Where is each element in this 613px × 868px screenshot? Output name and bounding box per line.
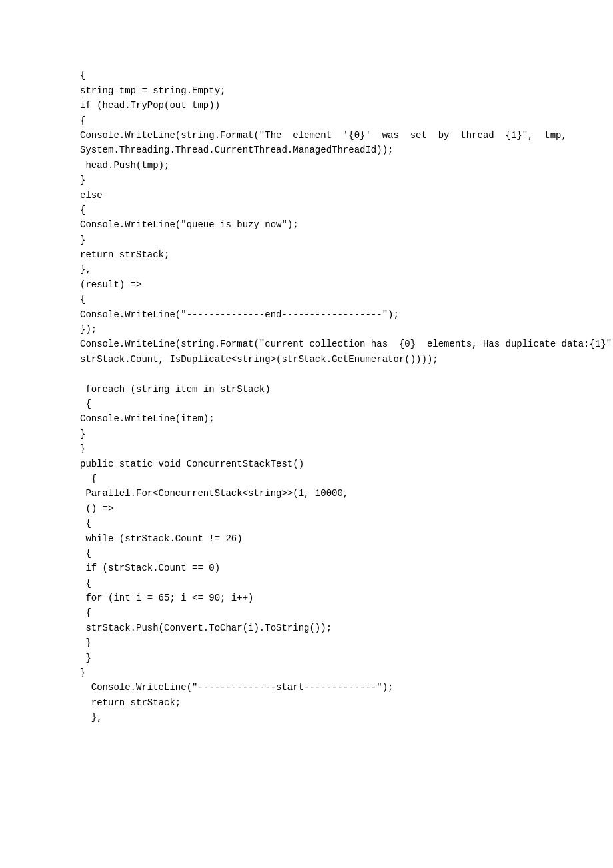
code-line: {: [80, 471, 586, 486]
code-line: Console.WriteLine("--------------start--…: [80, 680, 586, 695]
code-line: }: [80, 233, 586, 247]
code-line: public static void ConcurrentStackTest(): [80, 457, 586, 471]
code-line: foreach (string item in strStack): [80, 382, 586, 397]
code-line: }: [80, 651, 586, 665]
code-line: strStack.Count, IsDuplicate<string>(strS…: [80, 352, 586, 367]
code-line: () =>: [80, 501, 586, 516]
code-line: });: [80, 322, 586, 337]
empty-line: [80, 367, 586, 381]
code-line: System.Threading.Thread.CurrentThread.Ma…: [80, 143, 586, 157]
code-line: }: [80, 427, 586, 441]
code-line: }: [80, 441, 586, 456]
code-block: {string tmp = string.Empty;if (head.TryP…: [0, 0, 613, 793]
code-line: else: [80, 188, 586, 203]
code-line: {: [80, 113, 586, 128]
code-line: {: [80, 516, 586, 531]
code-line: Console.WriteLine(item);: [80, 411, 586, 426]
code-line: {: [80, 546, 586, 561]
code-line: Console.WriteLine(string.Format("current…: [80, 337, 586, 351]
code-line: (result) =>: [80, 277, 586, 292]
code-line: strStack.Push(Convert.ToChar(i).ToString…: [80, 621, 586, 635]
code-line: head.Push(tmp);: [80, 158, 586, 173]
code-line: Console.WriteLine("--------------end----…: [80, 307, 586, 322]
code-line: Parallel.For<ConcurrentStack<string>>(1,…: [80, 486, 586, 501]
code-line: if (strStack.Count == 0): [80, 561, 586, 575]
code-line: }: [80, 665, 586, 680]
code-line: return strStack;: [80, 695, 586, 710]
code-line: while (strStack.Count != 26): [80, 531, 586, 546]
empty-line: [80, 725, 586, 740]
code-line: for (int i = 65; i <= 90; i++): [80, 591, 586, 605]
code-line: {: [80, 397, 586, 411]
code-line: return strStack;: [80, 247, 586, 262]
code-line: {: [80, 576, 586, 591]
code-line: }: [80, 173, 586, 187]
code-line: Console.WriteLine(string.Format("The ele…: [80, 128, 586, 143]
code-line: string tmp = string.Empty;: [80, 83, 586, 98]
code-line: },: [80, 262, 586, 277]
code-line: {: [80, 605, 586, 620]
code-line: Console.WriteLine("queue is buzy now");: [80, 217, 586, 232]
code-line: },: [80, 710, 586, 725]
code-line: {: [80, 203, 586, 217]
code-line: }: [80, 635, 586, 650]
code-line: if (head.TryPop(out tmp)): [80, 98, 586, 113]
code-line: {: [80, 292, 586, 307]
code-line: {: [80, 68, 586, 83]
